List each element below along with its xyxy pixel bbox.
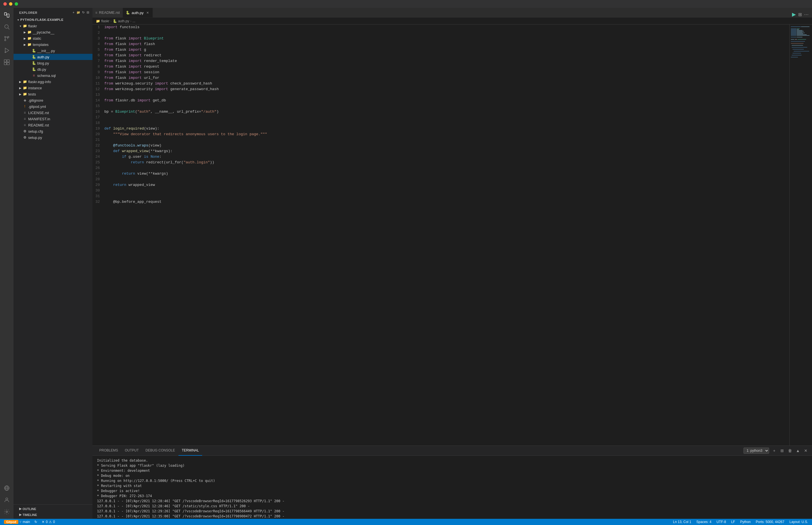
explorer-activity-icon[interactable] (2, 10, 12, 20)
accounts-activity-icon[interactable] (2, 495, 12, 505)
remote-activity-icon[interactable] (2, 483, 12, 493)
minimize-button[interactable] (9, 2, 12, 6)
outline-section[interactable]: ▶ OUTLINE (14, 506, 92, 512)
line-content: return redirect(url_for("auth.login")) (104, 160, 789, 165)
code-line: 17 (92, 115, 789, 120)
tree-item-db[interactable]: ▶ 🐍 db.py (14, 66, 92, 72)
gitpod-icon: ! (23, 104, 27, 109)
line-content: from werkzeug.security import generate_p… (104, 87, 789, 92)
timeline-section[interactable]: ▶ TIMELINE (14, 512, 92, 518)
close-panel-button[interactable]: ✕ (803, 448, 809, 453)
flaskr-label: flaskr (28, 24, 37, 28)
settings-activity-icon[interactable] (2, 507, 12, 516)
tree-item-gitignore[interactable]: ▶ ◆ .gitignore (14, 97, 92, 103)
tree-item-instance[interactable]: ▶ 📁 instance (14, 85, 92, 91)
project-root[interactable]: ▾ PYTHON-FLASK-EXAMPLE (14, 17, 92, 23)
svg-rect-23 (797, 29, 799, 30)
run-button[interactable]: ▶ (792, 11, 796, 17)
sidebar-header: Explorer + 📁 ↻ ⊟ (14, 8, 92, 17)
tree-item-tests[interactable]: ▶ 📁 tests (14, 91, 92, 97)
tree-item-setup-py[interactable]: ▶ ⚙ setup.py (14, 134, 92, 140)
new-folder-icon[interactable]: 📁 (76, 11, 81, 14)
tree-item-setup-cfg[interactable]: ▶ ⚙ setup.cfg (14, 128, 92, 134)
refresh-icon[interactable]: ↻ (82, 11, 85, 14)
search-activity-icon[interactable] (2, 22, 12, 32)
tree-item-gitpod[interactable]: ▶ ! .gitpod.yml (14, 103, 92, 109)
tree-item-auth[interactable]: ▶ 🐍 auth.py (14, 54, 92, 60)
tree-item-egg-info[interactable]: ▶ 📁 flaskr.egg-info (14, 79, 92, 85)
errors-status[interactable]: ✕ 0 ⚠ 0 (41, 520, 56, 524)
line-content: from flask import session (104, 70, 789, 75)
line-number: 2 (92, 30, 104, 36)
extensions-activity-icon[interactable] (2, 58, 12, 67)
gitpod-status[interactable]: Gitpod ⑂ main (3, 520, 31, 524)
line-content (104, 188, 789, 194)
line-ending-status[interactable]: LF (730, 520, 736, 524)
code-line: 9from flask import session (92, 70, 789, 75)
explorer-title: Explorer (19, 11, 38, 14)
spaces-status[interactable]: Spaces: 4 (695, 520, 712, 524)
error-count: 0 (46, 520, 48, 524)
tree-item-static[interactable]: ▶ 📁 static (14, 35, 92, 41)
line-content: if g.user is None: (104, 154, 789, 160)
breadcrumb-auth-py[interactable]: 🐍 auth.py (113, 19, 129, 23)
encoding-status[interactable]: UTF-8 (715, 520, 727, 524)
run-activity-icon[interactable] (2, 46, 12, 55)
tab-terminal[interactable]: TERMINAL (178, 446, 202, 456)
terminal-content[interactable]: Initialized the database. * Serving Flas… (92, 456, 812, 519)
new-file-icon[interactable]: + (73, 11, 75, 14)
split-editor-button[interactable]: ⊞ (798, 12, 802, 17)
line-number: 6 (92, 52, 104, 58)
manifest-icon: ≡ (23, 117, 27, 121)
tab-debug-console[interactable]: DEBUG CONSOLE (142, 446, 178, 456)
code-editor[interactable]: 1import functools2 3from flask import Bl… (92, 25, 789, 446)
sync-status[interactable]: ↻ (33, 520, 38, 524)
svg-rect-40 (791, 39, 794, 40)
line-number: 5 (92, 47, 104, 52)
collapse-icon[interactable]: ⊟ (87, 11, 89, 14)
main-branch-icon: ⑂ (19, 520, 21, 524)
terminal-line: * Running on http://127.0.0.1:5000/ (Pre… (97, 478, 808, 483)
static-label: static (33, 36, 41, 41)
tree-item-init[interactable]: ▶ 🐍 __init__.py (14, 48, 92, 54)
add-terminal-button[interactable]: + (771, 448, 777, 453)
tab-output[interactable]: OUTPUT (121, 446, 142, 456)
line-content (104, 115, 789, 120)
more-actions-button[interactable]: ⋯ (804, 12, 809, 17)
tests-arrow: ▶ (18, 92, 23, 96)
tree-item-license[interactable]: ▶ ≡ LICENSE.rst (14, 109, 92, 116)
layout-status[interactable]: Layout: U.S. (788, 520, 809, 524)
tree-item-pycache[interactable]: ▶ 📁 __pycache__ (14, 29, 92, 35)
breadcrumb-more[interactable]: ... (132, 19, 135, 23)
close-button[interactable] (3, 2, 7, 6)
position-status[interactable]: Ln 13, Col 1 (672, 520, 693, 524)
static-folder-icon: 📁 (27, 36, 32, 41)
tab-problems[interactable]: PROBLEMS (96, 446, 121, 456)
svg-rect-28 (791, 32, 797, 32)
maximize-panel-button[interactable]: ▲ (795, 448, 801, 453)
tab-auth[interactable]: 🐍 auth.py ✕ (123, 8, 153, 17)
source-control-activity-icon[interactable] (2, 34, 12, 43)
split-terminal-button[interactable]: ⊞ (779, 448, 785, 453)
tab-readme[interactable]: ≡ README.rst (92, 8, 123, 17)
tree-item-templates[interactable]: ▶ 📁 templates (14, 41, 92, 48)
tree-item-blog[interactable]: ▶ 🐍 blog.py (14, 60, 92, 66)
tree-item-flaskr[interactable]: ▾ 📁 flaskr (14, 23, 92, 29)
tree-item-schema[interactable]: ▶ ≡ schema.sql (14, 72, 92, 79)
editor-area: 1import functools2 3from flask import Bl… (92, 25, 812, 446)
sidebar-bottom: ▶ OUTLINE ▶ TIMELINE (14, 505, 92, 519)
code-line: 26 (92, 165, 789, 171)
auth-tab-close[interactable]: ✕ (145, 11, 150, 15)
svg-point-6 (4, 40, 6, 41)
maximize-button[interactable] (15, 2, 18, 6)
svg-rect-1 (7, 14, 9, 17)
code-line: 30 (92, 188, 789, 194)
ports-status[interactable]: Ports: 5000, 44267 (755, 520, 785, 524)
tree-item-readme[interactable]: ▶ ≡ README.rst (14, 122, 92, 128)
kill-terminal-button[interactable]: 🗑 (787, 448, 793, 453)
svg-rect-26 (791, 31, 797, 32)
language-status[interactable]: Python (739, 520, 752, 524)
breadcrumb-flaskr[interactable]: 📁 flaskr (96, 19, 110, 23)
terminal-selector[interactable]: 1: python3 (743, 448, 769, 454)
tree-item-manifest[interactable]: ▶ ≡ MANIFEST.in (14, 116, 92, 122)
